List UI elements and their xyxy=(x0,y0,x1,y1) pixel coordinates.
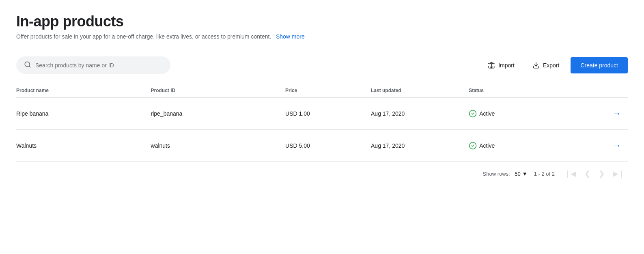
prev-page-button[interactable]: ❮ xyxy=(581,168,594,179)
last-page-button[interactable]: ▶❘ xyxy=(610,168,628,179)
header-divider xyxy=(16,48,628,48)
active-status-icon-1 xyxy=(469,142,477,150)
col-header-status: Status xyxy=(469,84,566,98)
show-more-link[interactable]: Show more xyxy=(276,33,305,40)
next-page-button[interactable]: ❯ xyxy=(595,168,608,179)
status-text-0: Active xyxy=(479,110,495,117)
search-input[interactable] xyxy=(35,62,163,69)
first-page-icon: ❘◀ xyxy=(564,170,576,178)
col-header-id: Product ID xyxy=(151,84,286,98)
subtitle-text: Offer products for sale in your app for … xyxy=(16,33,271,40)
first-page-button[interactable]: ❘◀ xyxy=(561,168,579,179)
show-rows-label: Show rows: xyxy=(483,171,510,177)
table-body: Ripe banana ripe_banana USD 1.00 Aug 17,… xyxy=(16,98,628,162)
page-info: 1 - 2 of 2 xyxy=(534,171,555,177)
product-status-0: Active xyxy=(469,98,566,130)
status-badge-0: Active xyxy=(469,110,560,118)
product-id-1: walnuts xyxy=(151,130,286,162)
svg-line-1 xyxy=(29,66,30,67)
col-header-action xyxy=(566,84,628,98)
page-container: In-app products Offer products for sale … xyxy=(0,0,644,192)
col-header-name: Product name xyxy=(16,84,151,98)
col-header-price: Price xyxy=(285,84,371,98)
product-action-0[interactable]: → xyxy=(566,98,628,130)
product-id-0: ripe_banana xyxy=(151,98,286,130)
product-updated-0: Aug 17, 2020 xyxy=(371,98,469,130)
active-status-icon-0 xyxy=(469,110,477,118)
product-status-1: Active xyxy=(469,130,566,162)
search-box xyxy=(16,56,170,74)
product-name-1: Walnuts xyxy=(16,130,151,162)
create-product-button[interactable]: Create product xyxy=(571,57,628,73)
export-button[interactable]: Export xyxy=(526,58,566,73)
toolbar: Import Export Create product xyxy=(16,56,628,74)
row-arrow-button-1[interactable]: → xyxy=(609,139,625,153)
prev-page-icon: ❮ xyxy=(584,170,590,178)
import-button[interactable]: Import xyxy=(481,58,521,73)
arrow-icon-0: → xyxy=(612,108,621,118)
rows-dropdown-icon: ▼ xyxy=(522,171,528,177)
status-text-1: Active xyxy=(479,142,495,149)
page-title: In-app products xyxy=(16,13,628,30)
product-price-0: USD 1.00 xyxy=(285,98,371,130)
page-subtitle: Offer products for sale in your app for … xyxy=(16,33,628,40)
pagination-nav: ❘◀ ❮ ❯ ▶❘ xyxy=(561,168,628,179)
status-badge-1: Active xyxy=(469,142,560,150)
import-icon xyxy=(488,62,495,69)
row-arrow-button-0[interactable]: → xyxy=(609,107,625,121)
table-row[interactable]: Ripe banana ripe_banana USD 1.00 Aug 17,… xyxy=(16,98,628,130)
product-action-1[interactable]: → xyxy=(566,130,628,162)
product-name-0: Ripe banana xyxy=(16,98,151,130)
product-updated-1: Aug 17, 2020 xyxy=(371,130,469,162)
product-price-1: USD 5.00 xyxy=(285,130,371,162)
pagination-row: Show rows: 50 ▼ 1 - 2 of 2 ❘◀ ❮ ❯ ▶❘ xyxy=(16,162,628,182)
table-header: Product name Product ID Price Last updat… xyxy=(16,84,628,98)
rows-per-page-select[interactable]: 50 ▼ xyxy=(515,171,527,177)
rows-per-page-value: 50 xyxy=(515,171,520,177)
search-icon xyxy=(24,61,31,69)
next-page-icon: ❯ xyxy=(599,170,605,178)
import-label: Import xyxy=(498,62,515,69)
col-header-updated: Last updated xyxy=(371,84,469,98)
last-page-icon: ▶❘ xyxy=(613,170,625,178)
arrow-icon-1: → xyxy=(612,140,621,151)
table-row[interactable]: Walnuts walnuts USD 5.00 Aug 17, 2020 Ac… xyxy=(16,130,628,162)
products-table: Product name Product ID Price Last updat… xyxy=(16,84,628,162)
export-icon xyxy=(532,62,540,69)
export-label: Export xyxy=(543,62,559,69)
show-rows-control: Show rows: 50 ▼ xyxy=(483,171,528,177)
